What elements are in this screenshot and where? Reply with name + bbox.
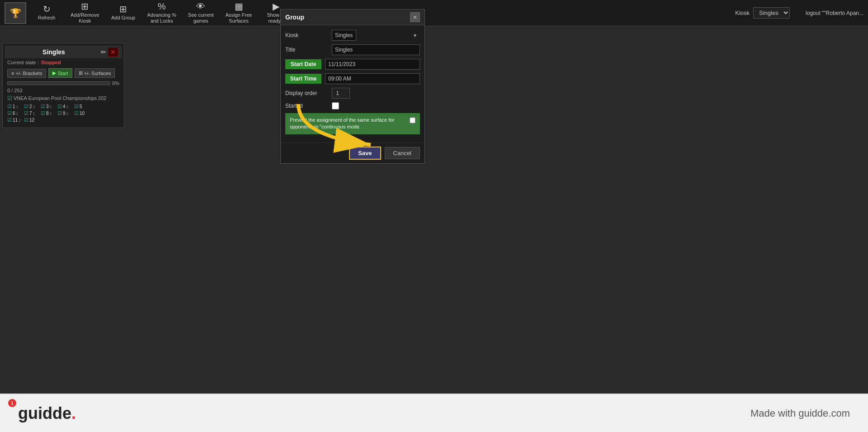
grid-cell-7[interactable]: ☑71 <box>24 110 40 116</box>
start-date-input[interactable] <box>325 59 420 70</box>
grid-cell-6[interactable]: ☑61 <box>7 110 23 116</box>
title-field-row: Title <box>285 44 420 55</box>
toolbar: 🏆 ↻ Refresh ⊞ Add/RemoveKiosk ⊞ Add Grou… <box>0 0 868 26</box>
guidde-logo: guidde. <box>18 404 76 423</box>
show-ready-icon: ▶ <box>273 2 279 11</box>
modal-header: Group × <box>281 9 425 25</box>
tooltip-checkbox-row: Prevent the assignment of the same surfa… <box>290 117 415 131</box>
grid-cell-9[interactable]: ☑91 <box>57 110 73 116</box>
event-check-icon: ☑ <box>7 95 12 101</box>
start-time-input[interactable] <box>325 73 420 84</box>
brackets-button[interactable]: ≡ +/- Brackets <box>7 69 46 78</box>
notification-badge: 1 <box>8 399 16 407</box>
app-logo[interactable]: 🏆 <box>5 2 26 24</box>
see-current-games-label: See currentgames <box>188 12 214 24</box>
kiosk-field-select[interactable]: Singles <box>332 30 356 41</box>
add-group-label: Add Group <box>111 15 135 21</box>
event-row: ☑ VNEA European Pool Championships 202 <box>5 94 122 102</box>
display-order-input[interactable] <box>332 88 350 99</box>
logo-icon: 🏆 <box>10 8 21 19</box>
start-time-label: Start Time <box>285 74 321 84</box>
modal-footer: Save Cancel <box>281 142 425 163</box>
title-field-label: Title <box>285 47 328 53</box>
bottom-bar: guidde. Made with guidde.com <box>0 394 868 432</box>
display-order-row: Display order <box>285 88 420 99</box>
started-row: Started <box>285 102 420 109</box>
brackets-label: +/- Brackets <box>15 71 42 76</box>
grid-cell-4[interactable]: ☑41 <box>57 104 73 109</box>
surfaces-icon: ⊞ <box>79 70 83 76</box>
kiosk-field-row: Kiosk Singles <box>285 30 420 41</box>
left-panel: Singles ✏ ✕ Current state : Stopped ≡ +/… <box>2 43 124 128</box>
grid-cell-11[interactable]: ☑111 <box>7 117 23 123</box>
start-button[interactable]: ▶ Start <box>48 68 72 78</box>
cancel-button[interactable]: Cancel <box>385 147 420 159</box>
kiosk-selector-area: Kiosk Singles <box>735 7 799 19</box>
assign-free-surfaces-icon: ▦ <box>235 2 243 11</box>
grid-row-1: ☑11 ☑21 ☑31 ☑41 ☑5 <box>7 104 119 109</box>
tooltip-checkbox[interactable] <box>410 117 415 124</box>
progress-percent: 0% <box>112 81 119 86</box>
advancing-locks-label: Advancing %and Locks <box>147 12 176 24</box>
panel-title: Singles <box>9 48 99 56</box>
progress-bar <box>7 81 110 85</box>
grid-cell-1[interactable]: ☑11 <box>7 104 23 109</box>
kiosk-field-label: Kiosk <box>285 32 328 38</box>
event-name: VNEA European Pool Championships 202 <box>14 95 106 101</box>
close-icon: × <box>413 14 417 21</box>
title-field-input[interactable] <box>332 44 420 55</box>
grid-cell-2[interactable]: ☑21 <box>24 104 40 109</box>
current-state-row: Current state : Stopped <box>5 58 122 66</box>
start-icon: ▶ <box>52 70 56 76</box>
refresh-icon: ↻ <box>43 5 51 14</box>
start-time-row: Start Time <box>285 73 420 84</box>
user-info: logout ""Roberto Apan... <box>806 10 863 16</box>
surfaces-button[interactable]: ⊞ +/- Surfaces <box>75 68 115 78</box>
bracket-grid: ☑11 ☑21 ☑31 ☑41 ☑5 ☑61 ☑71 ☑81 ☑91 ☑10 ☑… <box>5 102 122 125</box>
grid-cell-5[interactable]: ☑5 <box>74 104 90 109</box>
assign-free-surfaces-button[interactable]: ▦ Assign FreeSurfaces <box>222 0 256 26</box>
kiosk-label: Kiosk <box>735 9 750 16</box>
modal-body: Kiosk Singles Title Start Date Start Tim… <box>281 25 425 142</box>
add-remove-kiosk-button[interactable]: ⊞ Add/RemoveKiosk <box>67 0 103 26</box>
add-group-icon: ⊞ <box>119 5 127 14</box>
refresh-label: Refresh <box>38 15 56 21</box>
progress-row: 0% <box>5 80 122 87</box>
grid-cell-12[interactable]: ☑12 <box>24 117 40 123</box>
start-label: Start <box>57 71 68 76</box>
current-state-label: Current state : <box>7 60 39 65</box>
kiosk-dropdown[interactable]: Singles <box>753 7 790 19</box>
tooltip-text: Prevent the assignment of the same surfa… <box>290 117 406 131</box>
started-checkbox[interactable] <box>332 102 339 109</box>
modal-close-button[interactable]: × <box>410 12 420 22</box>
add-remove-kiosk-icon: ⊞ <box>81 2 89 11</box>
made-with-text: Made with guidde.com <box>750 408 850 419</box>
grid-row-2: ☑61 ☑71 ☑81 ☑91 ☑10 <box>7 110 119 116</box>
action-row: ≡ +/- Brackets ▶ Start ⊞ +/- Surfaces <box>5 66 122 80</box>
edit-panel-button[interactable]: ✏ <box>99 48 108 56</box>
modal-title: Group <box>285 14 304 21</box>
brackets-icon: ≡ <box>11 71 14 76</box>
add-group-button[interactable]: ⊞ Add Group <box>108 3 139 23</box>
group-modal: Group × Kiosk Singles Title Start Date <box>280 9 425 164</box>
kiosk-field-wrapper: Singles <box>332 30 420 41</box>
grid-row-3: ☑111 ☑12 <box>7 117 119 123</box>
start-date-row: Start Date <box>285 59 420 70</box>
refresh-button[interactable]: ↻ Refresh <box>31 3 62 23</box>
assign-free-surfaces-label: Assign FreeSurfaces <box>226 12 252 24</box>
grid-cell-8[interactable]: ☑81 <box>41 110 57 116</box>
grid-cell-10[interactable]: ☑10 <box>74 110 90 116</box>
see-current-games-icon: 👁 <box>196 2 205 11</box>
start-date-label: Start Date <box>285 59 321 69</box>
panel-title-row: Singles ✏ ✕ <box>5 46 122 58</box>
surfaces-label: +/- Surfaces <box>84 71 111 76</box>
advancing-locks-button[interactable]: % Advancing %and Locks <box>144 0 180 26</box>
see-current-games-button[interactable]: 👁 See currentgames <box>184 0 217 26</box>
guidde-dot: . <box>71 404 76 423</box>
grid-cell-3[interactable]: ☑31 <box>41 104 57 109</box>
delete-panel-button[interactable]: ✕ <box>108 47 118 57</box>
save-button[interactable]: Save <box>349 147 381 160</box>
display-order-label: Display order <box>285 90 328 96</box>
progress-count: 0 / 253 <box>7 88 23 93</box>
current-state-value: Stopped <box>41 60 61 65</box>
